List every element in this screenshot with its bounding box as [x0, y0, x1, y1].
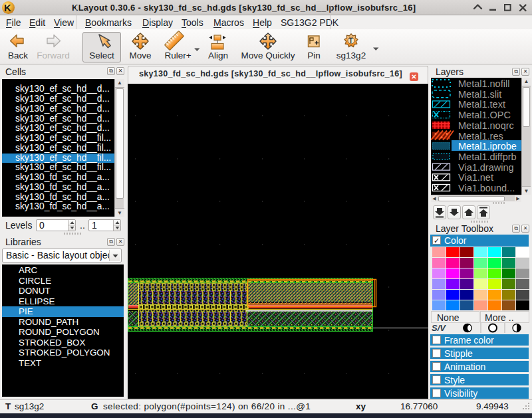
svg-text:K: K [4, 2, 11, 13]
svg-text:T: T [349, 37, 353, 45]
